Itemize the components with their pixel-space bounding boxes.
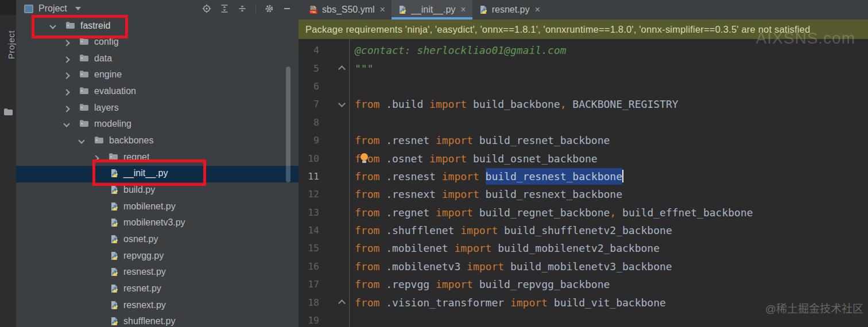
- yaml-file-icon: YML: [309, 5, 318, 14]
- code-text: from .resnest import build_resnest_backb…: [355, 170, 623, 182]
- code-editor[interactable]: 4@contact: sherlockliao01@gmail.com5"""6…: [299, 39, 868, 327]
- chevron-right-icon[interactable]: [63, 73, 69, 79]
- tree-item-shufflenet.py[interactable]: shufflenet.py: [16, 314, 299, 327]
- tree-item-modeling[interactable]: modeling: [16, 116, 299, 133]
- locate-icon[interactable]: [202, 4, 211, 13]
- line-number: 9: [299, 135, 319, 146]
- code-line-13: 13from .regnet import build_regnet_backb…: [299, 204, 868, 221]
- annotation-rect-init-py: [92, 159, 206, 186]
- tree-item-label: mobilenet.py: [123, 201, 176, 212]
- tree-item-osnet.py[interactable]: osnet.py: [16, 232, 299, 248]
- tree-scrollbar-thumb[interactable]: [286, 67, 290, 182]
- close-icon[interactable]: ×: [460, 5, 466, 14]
- hide-panel-icon[interactable]: [282, 4, 292, 13]
- tree-item-label: resnet.py: [123, 283, 161, 294]
- collapse-all-icon[interactable]: [238, 4, 247, 13]
- python-file-icon: [110, 317, 119, 326]
- folder-icon: [3, 108, 13, 116]
- chevron-right-icon[interactable]: [63, 106, 69, 112]
- tree-item-resnext.py[interactable]: resnext.py: [16, 298, 299, 314]
- project-panel-title: Project: [38, 3, 67, 14]
- tab-label: resnet.py: [492, 5, 530, 15]
- line-number: 15: [299, 243, 319, 254]
- folder-icon: [79, 87, 89, 95]
- python-file-icon: [110, 218, 119, 227]
- code-line-5: 5""": [299, 59, 868, 77]
- tree-item-label: osnet.py: [123, 234, 158, 244]
- tree-item-engine[interactable]: engine: [16, 67, 299, 84]
- folder-icon: [79, 119, 89, 127]
- line-number: 7: [299, 99, 319, 110]
- python-file-icon: [110, 284, 119, 293]
- editor-tabs: YMLsbs_S50.yml× __init__.py× resnet.py×: [299, 0, 868, 20]
- fold-marker-icon[interactable]: [338, 66, 346, 73]
- code-line-14: 14from .shufflenet import build_shufflen…: [299, 221, 868, 239]
- folder-icon: [79, 103, 89, 111]
- settings-gear-icon[interactable]: [265, 4, 274, 13]
- chevron-down-icon[interactable]: [78, 137, 84, 143]
- watermark-top: AIXSNS.com: [756, 29, 855, 48]
- code-line-16: 16from .mobilenetv3 import build_mobilen…: [299, 258, 868, 275]
- tree-item-label: backbones: [109, 135, 153, 146]
- chevron-right-icon[interactable]: [63, 40, 69, 46]
- tab-__init__.py[interactable]: __init__.py×: [392, 0, 472, 20]
- code-text: @contact: sherlockliao01@gmail.com: [355, 44, 566, 56]
- python-file-icon: [110, 202, 119, 211]
- stripe-corner: [0, 0, 16, 15]
- folder-icon: [94, 136, 104, 144]
- close-icon[interactable]: ×: [380, 5, 385, 14]
- code-line-7: 7from .build import build_backbone, BACK…: [299, 95, 868, 113]
- code-line-17: 17from .repvgg import build_repvgg_backb…: [299, 275, 868, 293]
- chevron-right-icon[interactable]: [63, 89, 69, 95]
- code-line-6: 6: [299, 77, 868, 95]
- tree-item-backbones[interactable]: backbones: [16, 133, 299, 150]
- line-number: 19: [299, 315, 319, 326]
- code-text: """: [355, 63, 374, 75]
- tree-item-mobilenetv3.py[interactable]: mobilenetv3.py: [16, 215, 299, 232]
- tree-item-label: resnext.py: [123, 300, 166, 310]
- tree-item-mobilenet.py[interactable]: mobilenet.py: [16, 199, 299, 216]
- tree-item-evaluation[interactable]: evaluation: [16, 84, 299, 100]
- tree-item-label: mobilenetv3.py: [123, 217, 185, 228]
- tab-resnet.py[interactable]: resnet.py×: [472, 0, 547, 20]
- fold-marker-icon[interactable]: [338, 100, 346, 107]
- line-number: 17: [299, 279, 319, 290]
- line-number: 6: [299, 81, 319, 92]
- editor-area: YMLsbs_S50.yml× __init__.py× resnet.py× …: [299, 0, 868, 327]
- expand-all-icon[interactable]: [220, 4, 229, 13]
- code-line-12: 12from .resnext import build_resnext_bac…: [299, 185, 868, 203]
- tree-item-resnet.py[interactable]: resnet.py: [16, 281, 299, 298]
- tree-item-label: resnest.py: [123, 267, 166, 277]
- tree-item-label: engine: [94, 69, 122, 80]
- python-file-icon: [110, 251, 119, 260]
- code-line-8: 8: [299, 114, 868, 131]
- tree-item-layers[interactable]: layers: [16, 100, 299, 117]
- annotation-rect-fastreid: [32, 15, 128, 38]
- code-text: from .mobilenet import build_mobilenetv2…: [355, 242, 660, 254]
- python-file-icon: [110, 235, 119, 244]
- tree-item-data[interactable]: data: [16, 51, 299, 68]
- chevron-right-icon[interactable]: [63, 56, 69, 63]
- close-icon[interactable]: ×: [534, 5, 540, 14]
- code-line-11: 11from .resnest import build_resnest_bac…: [299, 168, 868, 185]
- tree-item-label: modeling: [94, 119, 131, 129]
- python-file-icon: [110, 267, 119, 277]
- code-line-15: 15from .mobilenet import build_mobilenet…: [299, 239, 868, 257]
- line-number: 16: [299, 261, 319, 272]
- pycharm-window: Project fastreid config data engine eval…: [0, 0, 868, 327]
- chevron-down-icon[interactable]: [63, 121, 69, 127]
- fold-marker-icon[interactable]: [338, 300, 346, 307]
- tree-item-resnest.py[interactable]: resnest.py: [16, 264, 299, 281]
- tab-label: __init__.py: [411, 5, 455, 15]
- line-number: 11: [299, 171, 319, 182]
- code-text: from .build import build_backbone, BACKB…: [355, 98, 679, 110]
- code-text: from .vision_transformer import build_vi…: [355, 297, 666, 309]
- code-text: from .repvgg import build_repvgg_backbon…: [355, 278, 610, 290]
- tree-item-repvgg.py[interactable]: repvgg.py: [16, 248, 299, 265]
- code-text: from .osnet import build_osnet_backbone: [355, 153, 598, 165]
- project-stripe-button[interactable]: Project: [0, 17, 16, 72]
- chevron-down-icon[interactable]: [75, 7, 81, 10]
- code-line-10: 10from .osnet import build_osnet_backbon…: [299, 149, 868, 167]
- tab-sbs_S50.yml[interactable]: YMLsbs_S50.yml×: [303, 0, 392, 20]
- folder-icon: [79, 37, 89, 45]
